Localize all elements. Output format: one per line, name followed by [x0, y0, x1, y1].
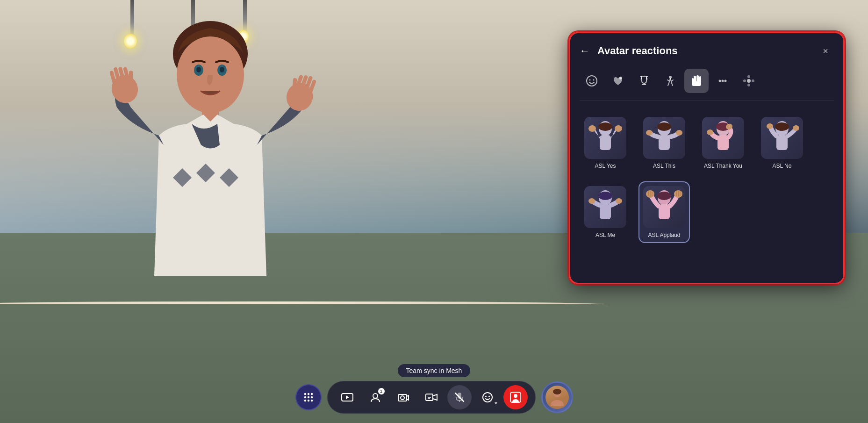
svg-point-40 [598, 122, 612, 131]
svg-point-33 [725, 80, 727, 82]
avatar-panel-button[interactable] [503, 385, 528, 409]
svg-point-45 [657, 122, 671, 131]
svg-point-97 [488, 396, 490, 397]
svg-point-101 [553, 389, 561, 394]
svg-point-47 [646, 130, 653, 136]
reaction-item-asl-yes[interactable]: ASL Yes [580, 112, 631, 174]
reaction-item-asl-thank-you[interactable]: ASL Thank You [697, 112, 749, 174]
svg-point-65 [657, 192, 671, 200]
category-tab-emoji[interactable] [580, 69, 604, 93]
svg-point-83 [310, 400, 312, 401]
user-avatar-inner [545, 386, 569, 409]
svg-point-95 [483, 393, 492, 402]
svg-point-22 [619, 77, 622, 79]
category-tab-heart[interactable] [606, 69, 630, 93]
avatar-figure [65, 14, 355, 390]
emoji-button[interactable] [475, 385, 500, 409]
panel-header: ← Avatar reactions × [580, 43, 834, 59]
toolbar: 1 [295, 381, 573, 414]
mute-button[interactable] [447, 385, 472, 409]
user-avatar-thumb[interactable] [541, 381, 573, 413]
svg-point-60 [598, 192, 612, 200]
reaction-label-asl-no: ASL No [773, 163, 792, 169]
svg-point-78 [304, 396, 306, 398]
svg-point-5 [220, 67, 224, 72]
svg-point-99 [514, 394, 517, 398]
grid-button[interactable] [295, 384, 322, 410]
svg-point-81 [304, 400, 306, 401]
reaction-avatar-asl-thank-you [702, 117, 744, 159]
svg-point-96 [485, 396, 487, 397]
svg-point-19 [587, 76, 597, 86]
reaction-item-asl-me[interactable]: ASL Me [580, 181, 631, 243]
svg-point-79 [307, 396, 309, 398]
svg-point-48 [676, 130, 682, 136]
reaction-avatar-asl-me [584, 186, 626, 228]
svg-point-75 [304, 393, 306, 395]
reaction-item-asl-no[interactable]: ASL No [756, 112, 808, 174]
svg-point-76 [307, 393, 309, 395]
category-tabs [580, 69, 834, 101]
svg-rect-30 [692, 81, 701, 86]
people-button[interactable]: 1 [363, 385, 387, 409]
reaction-label-asl-applaud: ASL Applaud [648, 232, 681, 238]
svg-rect-27 [696, 75, 699, 82]
svg-point-38 [747, 84, 750, 86]
svg-point-77 [310, 393, 312, 395]
scene-button[interactable] [335, 385, 359, 409]
panel-title: Avatar reactions [597, 45, 678, 57]
svg-rect-12 [129, 71, 133, 81]
svg-point-42 [588, 125, 596, 132]
svg-point-85 [373, 394, 378, 398]
svg-point-32 [722, 80, 724, 82]
reaction-item-asl-this[interactable]: ASL This [638, 112, 690, 174]
svg-point-37 [747, 75, 750, 78]
svg-point-31 [719, 80, 721, 82]
svg-point-4 [196, 67, 201, 72]
reaction-avatar-asl-this [643, 117, 685, 159]
category-tab-more[interactable] [710, 69, 735, 93]
reaction-label-asl-yes: ASL Yes [595, 163, 616, 169]
svg-point-43 [615, 125, 622, 132]
category-tab-trophy[interactable] [632, 69, 656, 93]
people-badge: 1 [378, 388, 385, 394]
svg-point-57 [767, 123, 773, 129]
reaction-avatar-asl-yes [584, 117, 626, 159]
svg-point-58 [793, 125, 799, 131]
svg-point-36 [752, 79, 754, 82]
reaction-label-asl-me: ASL Me [595, 232, 615, 238]
back-button[interactable]: ← [580, 45, 590, 57]
svg-point-52 [707, 129, 713, 135]
svg-rect-26 [694, 76, 696, 82]
reactions-panel: ← Avatar reactions × [569, 32, 845, 284]
reaction-avatar-asl-applaud [643, 186, 685, 228]
svg-point-62 [588, 198, 595, 204]
category-tab-custom[interactable] [737, 69, 761, 93]
reaction-label-asl-this: ASL This [653, 163, 675, 169]
svg-point-82 [307, 400, 309, 401]
panel-header-left: ← Avatar reactions [580, 45, 678, 57]
session-label: Team sync in Mesh [398, 364, 471, 377]
svg-point-87 [401, 396, 404, 400]
category-tab-dance[interactable] [658, 69, 682, 93]
reaction-label-asl-thank-you: ASL Thank You [704, 163, 742, 169]
svg-point-35 [743, 79, 746, 82]
svg-point-34 [747, 79, 751, 83]
camera-button[interactable] [391, 385, 416, 409]
close-button[interactable]: × [817, 43, 834, 59]
svg-point-20 [589, 79, 591, 81]
video-button[interactable] [419, 385, 444, 409]
svg-point-80 [310, 396, 312, 398]
svg-rect-41 [600, 135, 611, 150]
svg-point-21 [593, 79, 595, 81]
reactions-grid: ASL Yes ASL This ASL Thank You [580, 112, 834, 243]
reaction-avatar-asl-no [761, 117, 803, 159]
svg-point-55 [775, 122, 789, 131]
reaction-item-asl-applaud[interactable]: ASL Applaud [638, 181, 690, 243]
toolbar-pills: 1 [327, 381, 536, 414]
category-tab-hand[interactable] [684, 69, 709, 93]
svg-point-63 [616, 198, 622, 204]
